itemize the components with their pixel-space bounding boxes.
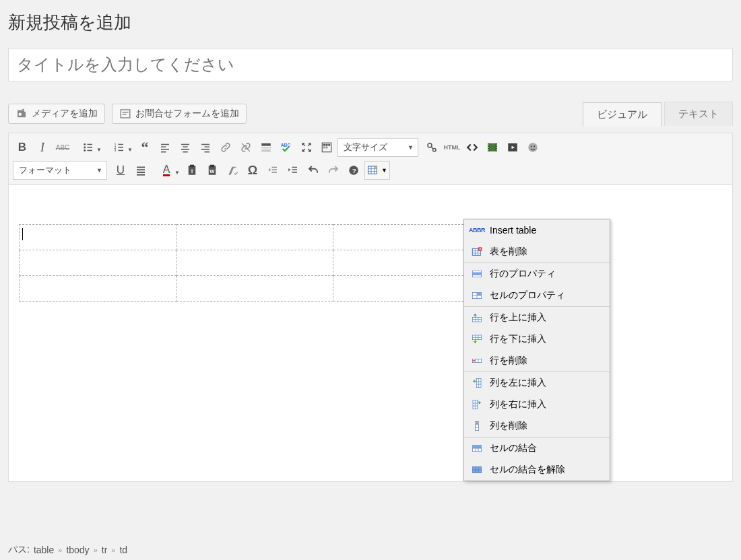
svg-point-48: [496, 147, 497, 148]
svg-rect-30: [261, 149, 271, 152]
blockquote-button[interactable]: “: [135, 138, 154, 157]
svg-point-44: [488, 145, 490, 146]
video-button[interactable]: [483, 138, 502, 157]
path-crumb[interactable]: td: [119, 545, 127, 555]
svg-text:ABC: ABC: [281, 143, 291, 147]
add-media-button[interactable]: メディアを追加: [8, 104, 105, 124]
svg-point-45: [488, 147, 490, 148]
underline-button[interactable]: U: [111, 161, 130, 180]
svg-rect-37: [326, 147, 328, 149]
help-button[interactable]: ?: [344, 161, 363, 180]
svg-point-38: [428, 143, 432, 147]
menu-insert-row-above[interactable]: 行を上に挿入: [464, 307, 610, 328]
menu-insert-col-left[interactable]: 列を左に挿入: [464, 372, 610, 394]
menu-delete-row[interactable]: 行を削除: [464, 350, 610, 372]
menu-delete-col[interactable]: 列を削除: [464, 415, 610, 437]
col-left-icon: [471, 377, 483, 389]
col-delete-icon: [471, 420, 483, 432]
svg-point-49: [496, 149, 497, 151]
html-button[interactable]: HTML: [443, 138, 461, 157]
table-dropdown-button[interactable]: ▼: [364, 161, 390, 180]
special-char-button[interactable]: Ω: [243, 161, 262, 180]
path-crumb[interactable]: tbody: [66, 545, 89, 555]
svg-rect-34: [326, 144, 328, 146]
table-delete-icon: [471, 246, 483, 258]
media-button[interactable]: [503, 138, 522, 157]
menu-merge-cells[interactable]: セルの結合: [464, 438, 610, 459]
table-dropdown-menu: ABBR Insert table 表を削除 行のプロパティ セルのプロパティ …: [463, 219, 610, 481]
format-select[interactable]: フォーマット: [13, 161, 107, 180]
insert-more-button[interactable]: [257, 138, 276, 157]
svg-point-52: [531, 146, 532, 147]
unlink-button[interactable]: [236, 138, 255, 157]
align-left-button[interactable]: [156, 138, 174, 157]
svg-point-53: [534, 146, 535, 147]
svg-point-4: [84, 147, 86, 149]
emoticon-button[interactable]: [523, 138, 542, 157]
content-table[interactable]: [19, 224, 490, 302]
menu-insert-table[interactable]: ABBR Insert table: [464, 219, 610, 241]
menu-row-properties[interactable]: 行のプロパティ: [464, 263, 610, 285]
cell-props-icon: [471, 289, 483, 302]
row-below-icon: [471, 333, 483, 345]
outdent-button[interactable]: [263, 161, 282, 180]
svg-rect-33: [323, 144, 325, 146]
add-contact-form-button[interactable]: お問合せフォームを追加: [112, 104, 247, 124]
paste-text-button[interactable]: T: [183, 161, 201, 180]
font-size-select[interactable]: 文字サイズ: [337, 138, 418, 157]
toolbar-toggle-button[interactable]: [317, 138, 336, 157]
editor-content[interactable]: [9, 185, 732, 481]
menu-cell-properties[interactable]: セルのプロパティ: [464, 285, 610, 306]
svg-rect-86: [472, 273, 481, 275]
form-icon: [119, 108, 131, 120]
text-color-button[interactable]: A▼: [152, 161, 181, 180]
page-title: 新規投稿を追加: [0, 0, 741, 48]
svg-point-3: [84, 143, 86, 145]
svg-rect-118: [472, 445, 481, 448]
link-button[interactable]: [216, 138, 235, 157]
svg-rect-59: [190, 165, 194, 167]
redo-button[interactable]: [324, 161, 343, 180]
indent-button[interactable]: [284, 161, 302, 180]
editor-tabs: ビジュアル テキスト: [583, 102, 733, 126]
code-button[interactable]: [463, 138, 482, 157]
bullet-list-button[interactable]: ▼: [73, 138, 103, 157]
find-replace-button[interactable]: [422, 138, 441, 157]
align-justify-button[interactable]: [131, 161, 150, 180]
row-delete-icon: [471, 355, 483, 367]
undo-button[interactable]: [304, 161, 323, 180]
path-crumb[interactable]: table: [34, 545, 54, 555]
menu-insert-col-right[interactable]: 列を右に挿入: [464, 394, 610, 415]
abbr-icon: ABBR: [471, 224, 483, 236]
clear-formatting-button[interactable]: [223, 161, 242, 180]
col-right-icon: [471, 398, 483, 411]
svg-text:T: T: [191, 168, 194, 174]
strikethrough-button[interactable]: ABC: [53, 138, 72, 157]
paste-word-button[interactable]: W: [203, 161, 222, 180]
add-media-label: メディアを追加: [32, 108, 98, 120]
tab-text[interactable]: テキスト: [664, 102, 733, 126]
toolbar: B I ABC ▼ 123▼ “ ABC 文字サイズ HTML フォーマット: [9, 133, 732, 185]
split-cells-icon: [471, 464, 483, 476]
numbered-list-button[interactable]: 123▼: [104, 138, 134, 157]
svg-point-5: [84, 149, 86, 151]
post-title-input[interactable]: [8, 48, 733, 81]
align-right-button[interactable]: [196, 138, 215, 157]
path-crumb[interactable]: tr: [102, 545, 108, 555]
svg-point-40: [433, 149, 437, 152]
bold-button[interactable]: B: [13, 138, 32, 157]
svg-point-47: [496, 145, 497, 146]
menu-delete-table[interactable]: 表を削除: [464, 241, 610, 262]
spellcheck-button[interactable]: ABC: [277, 138, 296, 157]
svg-text:?: ?: [352, 167, 356, 174]
svg-text:W: W: [210, 168, 215, 174]
path-bar: パス: table » tbody » tr » td: [8, 544, 127, 556]
path-label: パス:: [8, 544, 30, 556]
fullscreen-button[interactable]: [297, 138, 316, 157]
menu-split-cells[interactable]: セルの結合を解除: [464, 459, 610, 481]
tab-visual[interactable]: ビジュアル: [583, 102, 662, 127]
menu-insert-row-below[interactable]: 行を下に挿入: [464, 328, 610, 350]
svg-point-46: [488, 149, 490, 151]
align-center-button[interactable]: [176, 138, 195, 157]
italic-button[interactable]: I: [33, 138, 52, 157]
